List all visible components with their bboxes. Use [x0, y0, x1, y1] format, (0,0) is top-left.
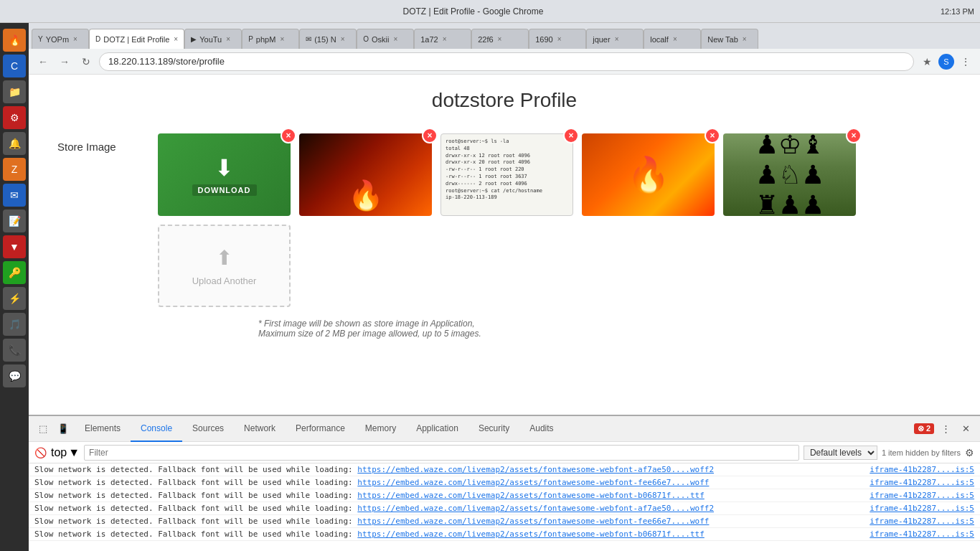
taskbar-icon-4[interactable]: ⚙: [3, 106, 26, 129]
forward-button[interactable]: →: [56, 53, 73, 70]
console-source-4[interactable]: iframe-41b2287....is:5: [870, 504, 974, 513]
devtools-tabs: Elements Console Sources Network Perform…: [75, 416, 564, 442]
devtools-close-button[interactable]: ✕: [957, 420, 974, 438]
console-msg-2: Slow network is detected. Fallback font …: [34, 478, 864, 487]
tab-1690[interactable]: 1690 ×: [529, 29, 586, 49]
level-selector[interactable]: Default levels: [804, 446, 877, 460]
filter-icon[interactable]: 🚫: [34, 447, 47, 458]
image-item-5: ♟♔♝♟♘♟♜♟♟ ×: [723, 133, 856, 216]
taskbar-icon-13[interactable]: 📞: [3, 339, 26, 362]
tab-favicon-phpm: P: [248, 35, 253, 43]
tab-security-label: Security: [479, 423, 509, 433]
console-link-4[interactable]: https://embed.waze.com/livemap2/assets/f…: [357, 504, 714, 513]
tab-favicon-yop: Y: [38, 35, 43, 43]
tab-network[interactable]: Network: [234, 416, 286, 442]
tab-close-local[interactable]: ×: [673, 35, 677, 43]
tab-close-oski[interactable]: ×: [393, 35, 397, 43]
remove-button-3[interactable]: ×: [563, 128, 579, 143]
tab-yop[interactable]: Y YOPm ×: [32, 29, 89, 49]
tab-close-1a72[interactable]: ×: [443, 35, 447, 43]
tab-dotz[interactable]: D DOTZ | Edit Profile ×: [89, 29, 184, 49]
address-input[interactable]: [99, 52, 914, 71]
console-source-3[interactable]: iframe-41b2287....is:5: [870, 491, 974, 500]
taskbar-icon-5[interactable]: 🔔: [3, 132, 26, 155]
tab-jquery[interactable]: jquer ×: [586, 29, 644, 49]
remove-button-4[interactable]: ×: [705, 128, 720, 143]
upload-another-button[interactable]: ⬆ Upload Another: [158, 225, 291, 307]
tab-notif[interactable]: ✉ (15) N ×: [299, 29, 357, 49]
terminal-line-4: drwxr-xr-x 20 root root 4096: [446, 159, 568, 166]
console-source-6[interactable]: iframe-41b2287....is:5: [870, 529, 974, 539]
console-link-3[interactable]: https://embed.waze.com/livemap2/assets/f…: [357, 491, 704, 500]
tab-security[interactable]: Security: [468, 416, 519, 442]
tab-phpm[interactable]: P phpM ×: [242, 29, 299, 49]
titlebar-text: DOTZ | Edit Profile - Google Chrome: [6, 6, 941, 17]
remove-button-5[interactable]: ×: [846, 128, 862, 143]
error-badge: ⊗ 2: [914, 423, 934, 434]
back-button[interactable]: ←: [34, 53, 52, 70]
console-filter-input[interactable]: [84, 445, 799, 461]
tab-22f6[interactable]: 22f6 ×: [471, 29, 529, 49]
remove-button-2[interactable]: ×: [422, 128, 438, 143]
console-link-6[interactable]: https://embed.waze.com/livemap2/assets/f…: [357, 529, 704, 539]
tab-close-jquery[interactable]: ×: [615, 35, 619, 43]
console-link-1[interactable]: https://embed.waze.com/livemap2/assets/f…: [357, 465, 714, 474]
tab-youtube[interactable]: ▶ YouTu ×: [184, 29, 242, 49]
tab-local[interactable]: localf ×: [644, 29, 701, 49]
taskbar-icon-9[interactable]: ▼: [3, 235, 26, 258]
tab-application[interactable]: Application: [406, 416, 468, 442]
taskbar-icon-1[interactable]: 🔥: [3, 29, 26, 52]
tab-label-phpm: phpM: [256, 35, 276, 44]
taskbar-icon-7[interactable]: ✉: [3, 184, 26, 207]
taskbar-icon-10[interactable]: 🔑: [3, 261, 26, 284]
tab-audits[interactable]: Audits: [519, 416, 563, 442]
settings-icon[interactable]: ⚙: [965, 447, 974, 458]
taskbar-icon-2[interactable]: C: [3, 55, 26, 77]
image-thumbnail-3: root@server:~$ ls -la total 48 drwxr-xr-…: [440, 133, 573, 216]
tab-close-phpm[interactable]: ×: [280, 35, 284, 43]
tab-performance-label: Performance: [296, 423, 345, 433]
tab-console[interactable]: Console: [131, 416, 182, 442]
taskbar-icon-12[interactable]: 🎵: [3, 313, 26, 336]
tab-elements[interactable]: Elements: [75, 416, 131, 442]
tab-oski[interactable]: O Oskii ×: [357, 29, 414, 49]
console-source-2[interactable]: iframe-41b2287....is:5: [870, 478, 974, 487]
taskbar-icon-8[interactable]: 📝: [3, 209, 26, 232]
console-source-1[interactable]: iframe-41b2287....is:5: [870, 465, 974, 474]
tab-performance[interactable]: Performance: [286, 416, 355, 442]
error-icon: ⊗: [918, 424, 924, 433]
devtools-panel: ⬚ 📱 Elements Console Sources Network Per…: [29, 415, 980, 551]
top-selector[interactable]: top ▼: [51, 446, 80, 459]
reload-button[interactable]: ↻: [77, 53, 95, 70]
tab-sources[interactable]: Sources: [182, 416, 234, 442]
remove-button-1[interactable]: ×: [281, 128, 296, 143]
account-button[interactable]: S: [938, 54, 954, 70]
image-item-4: 🔥 ×: [582, 133, 715, 216]
tab-close-22f6[interactable]: ×: [498, 35, 502, 43]
bookmark-button[interactable]: ★: [918, 53, 936, 70]
tab-close-newtab[interactable]: ×: [743, 35, 747, 43]
devtools-inspect-button[interactable]: ⬚: [34, 420, 52, 438]
tab-memory[interactable]: Memory: [355, 416, 406, 442]
tab-1a72[interactable]: 1a72 ×: [414, 29, 471, 49]
menu-button[interactable]: ⋮: [957, 53, 974, 70]
devtools-more-button[interactable]: ⋮: [937, 420, 954, 438]
tab-newtab[interactable]: New Tab ×: [701, 29, 758, 49]
tab-label-1a72: 1a72: [420, 35, 438, 44]
console-source-5[interactable]: iframe-41b2287....is:5: [870, 517, 974, 526]
tab-close-1690[interactable]: ×: [557, 35, 562, 43]
console-link-2[interactable]: https://embed.waze.com/livemap2/assets/f…: [357, 478, 709, 487]
tab-close-yop[interactable]: ×: [73, 35, 77, 43]
devtools-device-button[interactable]: 📱: [55, 420, 72, 438]
taskbar-icon-6[interactable]: Z: [3, 158, 26, 181]
image-note-line2: Maximum size of 2 MB per image allowed, …: [258, 329, 951, 339]
tab-close-notif[interactable]: ×: [341, 35, 345, 43]
tab-close-youtube[interactable]: ×: [226, 35, 230, 43]
console-link-5[interactable]: https://embed.waze.com/livemap2/assets/f…: [357, 517, 709, 526]
tab-bar: Y YOPm × D DOTZ | Edit Profile × ▶ YouTu…: [29, 23, 980, 49]
images-container: ⬇ DOWNLOAD × 🔥 × root@server:~$ ls -la: [158, 133, 951, 339]
tab-close-dotz[interactable]: ×: [174, 35, 178, 43]
taskbar-icon-3[interactable]: 📁: [3, 80, 26, 103]
taskbar-icon-11[interactable]: ⚡: [3, 287, 26, 310]
taskbar-icon-14[interactable]: 💬: [3, 364, 26, 387]
